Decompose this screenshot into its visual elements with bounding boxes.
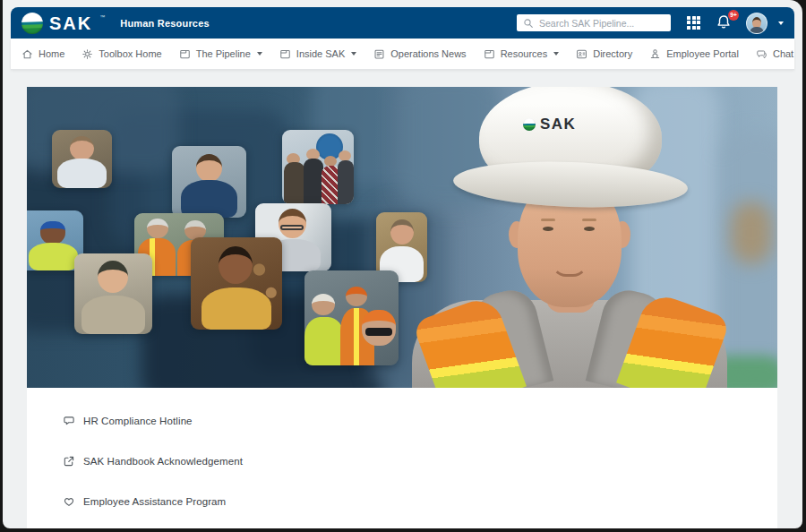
nav-item-chat[interactable]: Chat (756, 48, 793, 60)
chat-bubble-icon (63, 415, 75, 427)
external-link-icon (63, 455, 75, 468)
chat-icon (756, 48, 767, 60)
nav-item-resources[interactable]: Resources (484, 48, 560, 60)
home-icon (21, 48, 33, 60)
nav-item-label: Employee Portal (666, 48, 739, 59)
chevron-down-icon (553, 52, 559, 56)
nav-item-label: Chat (773, 48, 793, 59)
logo-text: SAK (49, 14, 92, 32)
nav-item-home[interactable]: Home (21, 48, 64, 60)
nav-item-label: Inside SAK (296, 48, 345, 59)
window-icon (484, 48, 495, 60)
hard-hat-sak-logo: SAK (523, 116, 576, 133)
heart-icon (63, 495, 75, 508)
quick-link-label: Employee Assistance Program (83, 496, 226, 507)
window-icon (179, 48, 191, 60)
employee-photo-tile (52, 130, 112, 188)
sak-globe-icon (21, 13, 43, 34)
link-hr-compliance-hotline[interactable]: HR Compliance Hotline (63, 400, 777, 441)
sak-logo[interactable]: SAK ™ (21, 13, 104, 34)
nav-item-toolbox-home[interactable]: Toolbox Home (81, 48, 161, 60)
notifications-button[interactable]: 9+ (716, 13, 733, 33)
main-nav: Home Toolbox Home The Pipeline (11, 39, 794, 70)
quick-links: HR Compliance Hotline SAK Handbook Ackno… (27, 388, 777, 528)
news-icon (373, 48, 385, 60)
app-launcher-icon[interactable] (687, 16, 701, 30)
nav-item-label: Toolbox Home (99, 48, 161, 59)
person-desk-icon (649, 48, 661, 60)
chevron-down-icon (351, 52, 356, 56)
nav-item-directory[interactable]: Directory (576, 48, 632, 60)
logo-trademark: ™ (99, 14, 105, 20)
nav-item-inside-sak[interactable]: Inside SAK (279, 48, 356, 60)
nav-item-label: Operations News (390, 48, 466, 59)
nav-item-label: The Pipeline (196, 48, 251, 59)
user-avatar[interactable] (746, 13, 767, 34)
search-box[interactable] (517, 14, 671, 31)
sak-globe-icon (523, 118, 536, 131)
notification-badge: 9+ (728, 10, 739, 21)
nav-item-the-pipeline[interactable]: The Pipeline (179, 48, 262, 60)
employee-group-photo-tile (304, 270, 399, 365)
account-menu-caret-icon[interactable] (778, 21, 784, 25)
nav-item-label: Home (39, 48, 64, 59)
page: SAK ™ Human Resources 9+ (3, 0, 802, 528)
quick-link-label: SAK Handbook Acknowledgement (83, 456, 243, 467)
contact-card-icon (576, 48, 587, 60)
nav-item-label: Directory (593, 48, 632, 59)
link-employee-assistance-program[interactable]: Employee Assistance Program (63, 481, 777, 521)
page-canvas: SAK (3, 70, 802, 528)
quick-link-label: HR Compliance Hotline (83, 416, 193, 426)
window-icon (279, 48, 291, 60)
topbar: SAK ™ Human Resources 9+ (11, 7, 794, 39)
employee-photo-tile (172, 146, 246, 218)
employee-photo-tile (74, 253, 152, 334)
site-title: Human Resources (120, 18, 210, 29)
link-sak-handbook-acknowledgement[interactable]: SAK Handbook Acknowledgement (63, 441, 777, 481)
nav-item-employee-portal[interactable]: Employee Portal (649, 48, 739, 60)
worker-photo: SAK (374, 87, 777, 388)
gear-icon (81, 48, 93, 60)
hard-hat-logo-text: SAK (540, 116, 576, 133)
content-column: SAK (27, 87, 777, 528)
nav-item-label: Resources (501, 48, 548, 59)
hero-collage-image: SAK (27, 87, 777, 388)
search-icon (523, 18, 534, 29)
search-input[interactable] (539, 18, 665, 29)
nav-item-operations-news[interactable]: Operations News (373, 48, 466, 60)
chevron-down-icon (257, 52, 262, 56)
employee-group-photo-tile (282, 130, 354, 204)
employee-photo-tile (191, 237, 282, 330)
